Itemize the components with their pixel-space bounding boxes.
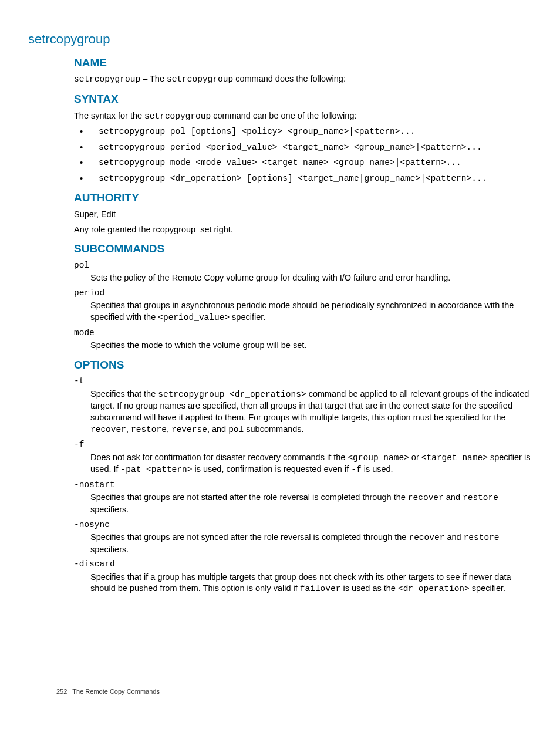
code: -f bbox=[351, 465, 361, 474]
text: The syntax for the bbox=[74, 111, 144, 120]
name-line: setrcopygroup – The setrcopygroup comman… bbox=[74, 73, 532, 86]
definition: Specifies that if a group has multiple t… bbox=[90, 572, 532, 595]
definition: Specifies that groups in asynchronous pe… bbox=[90, 300, 532, 323]
syntax-code: setrcopygroup <dr_operation> [options] <… bbox=[99, 174, 487, 183]
text: command can be one of the following: bbox=[211, 111, 356, 120]
text: is used. bbox=[362, 464, 393, 474]
term: period bbox=[74, 288, 532, 299]
section-heading-name: NAME bbox=[74, 55, 532, 70]
definition: Specifies that groups are not synced aft… bbox=[90, 532, 532, 555]
text: or bbox=[409, 453, 421, 462]
code: restore bbox=[463, 493, 498, 502]
command-name: setrcopygroup bbox=[144, 112, 211, 121]
term: -discard bbox=[74, 559, 532, 571]
syntax-code: setrcopygroup pol [options] <policy> <gr… bbox=[99, 127, 416, 136]
syntax-intro: The syntax for the setrcopygroup command… bbox=[74, 110, 532, 123]
code: recover bbox=[90, 425, 126, 434]
code: failover bbox=[300, 584, 341, 593]
code: recover bbox=[409, 533, 444, 542]
syntax-code: setrcopygroup mode <mode_value> <target_… bbox=[99, 158, 461, 167]
term: mode bbox=[74, 328, 532, 339]
list-item: setrcopygroup pol [options] <policy> <gr… bbox=[74, 126, 532, 138]
definition: Specifies that groups are not started af… bbox=[90, 492, 532, 515]
text: specifiers. bbox=[90, 505, 129, 514]
list-item: setrcopygroup <dr_operation> [options] <… bbox=[74, 173, 532, 185]
page-footer: 252 The Remote Copy Commands bbox=[56, 687, 160, 696]
definition: Sets the policy of the Remote Copy volum… bbox=[90, 272, 532, 284]
command-name: setrcopygroup bbox=[74, 75, 140, 84]
text: subcommands. bbox=[244, 424, 303, 434]
text: Specifies that groups in asynchronous pe… bbox=[90, 301, 514, 322]
text: – The bbox=[140, 74, 167, 83]
code: reverse bbox=[171, 425, 207, 434]
text: Specifies that the bbox=[90, 389, 158, 399]
page-number: 252 bbox=[56, 688, 67, 695]
options-list: -t Specifies that the setrcopygroup <dr_… bbox=[74, 376, 532, 595]
code: <group_name> bbox=[348, 453, 409, 463]
section-heading-authority: AUTHORITY bbox=[74, 190, 532, 205]
definition: Specifies the mode to which the volume g… bbox=[90, 340, 532, 352]
term: -f bbox=[74, 439, 532, 451]
section-heading-syntax: SYNTAX bbox=[74, 92, 532, 107]
page-title: setrcopygroup bbox=[28, 31, 532, 48]
text: specifier. bbox=[470, 583, 505, 593]
code: <target_name> bbox=[421, 453, 488, 463]
code: recover bbox=[408, 493, 444, 502]
text: specifiers. bbox=[90, 545, 129, 554]
definition: Specifies that the setrcopygroup <dr_ope… bbox=[90, 389, 532, 436]
section-heading-options: OPTIONS bbox=[74, 357, 532, 373]
content-area: NAME setrcopygroup – The setrcopygroup c… bbox=[74, 55, 532, 595]
command-name: setrcopygroup bbox=[167, 75, 233, 84]
text: Specifies that groups are not started af… bbox=[90, 492, 408, 502]
list-item: setrcopygroup period <period_value> <tar… bbox=[74, 141, 532, 154]
subcommands-list: pol Sets the policy of the Remote Copy v… bbox=[74, 260, 532, 352]
text: Does not ask for confirmation for disast… bbox=[90, 453, 348, 462]
term: -nosync bbox=[74, 519, 532, 531]
term: pol bbox=[74, 260, 532, 272]
text: , bbox=[126, 424, 131, 434]
text: specifier. bbox=[230, 312, 265, 322]
authority-line: Any role granted the rcopygroup_set righ… bbox=[74, 224, 532, 236]
code: <dr_operation> bbox=[398, 584, 470, 593]
term: -t bbox=[74, 376, 532, 387]
text: Specifies that groups are not synced aft… bbox=[90, 532, 409, 542]
text: , bbox=[167, 424, 171, 434]
footer-label: The Remote Copy Commands bbox=[72, 688, 160, 695]
code: restore bbox=[464, 533, 500, 542]
code: <period_value> bbox=[158, 313, 230, 322]
text: and bbox=[444, 532, 463, 542]
text: and bbox=[444, 492, 463, 502]
code: -pat <pattern> bbox=[121, 465, 193, 474]
text: command does the following: bbox=[233, 74, 346, 83]
text: , and bbox=[207, 424, 228, 434]
term: -nostart bbox=[74, 480, 532, 491]
list-item: setrcopygroup mode <mode_value> <target_… bbox=[74, 157, 532, 169]
authority-line: Super, Edit bbox=[74, 209, 532, 221]
definition: Does not ask for confirmation for disast… bbox=[90, 452, 532, 476]
code: pol bbox=[228, 425, 244, 434]
code: setrcopygroup <dr_operations> bbox=[158, 390, 306, 399]
section-heading-subcommands: SUBCOMMANDS bbox=[74, 241, 532, 256]
code: restore bbox=[131, 425, 167, 434]
syntax-code: setrcopygroup period <period_value> <tar… bbox=[99, 143, 482, 152]
text: is used, confirmation is requested even … bbox=[192, 464, 351, 474]
syntax-list: setrcopygroup pol [options] <policy> <gr… bbox=[74, 126, 532, 184]
document-page: setrcopygroup NAME setrcopygroup – The s… bbox=[28, 31, 532, 717]
text: is used as the bbox=[340, 583, 398, 593]
